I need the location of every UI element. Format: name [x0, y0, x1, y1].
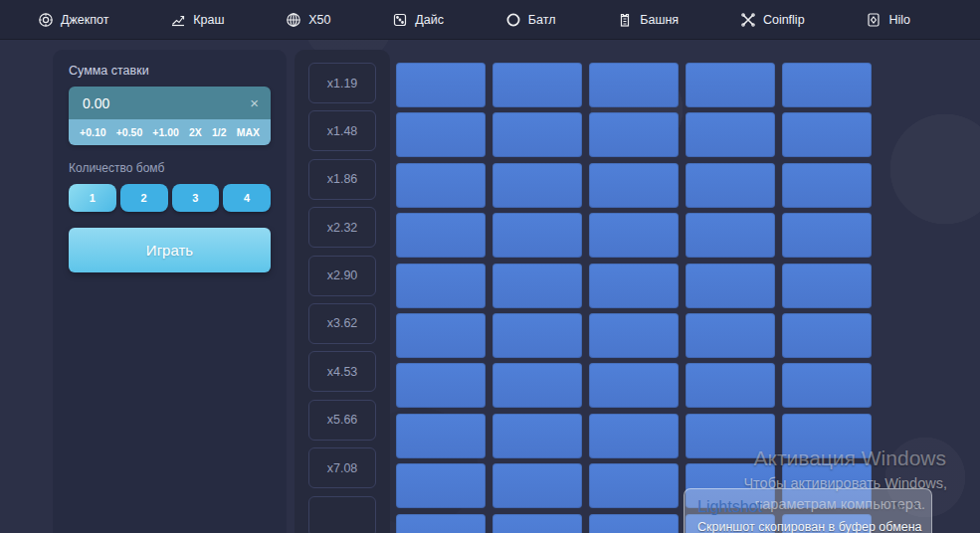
- tile[interactable]: [396, 414, 486, 458]
- tile[interactable]: [396, 112, 486, 157]
- tile[interactable]: [686, 313, 775, 358]
- edit-icon[interactable]: ✎: [893, 500, 903, 512]
- tile[interactable]: [492, 264, 582, 308]
- close-icon[interactable]: ×: [912, 500, 919, 512]
- clear-amount-icon[interactable]: ×: [250, 95, 259, 110]
- bomb-count-button-3[interactable]: 3: [172, 184, 220, 212]
- nav-item-x50[interactable]: X50: [286, 12, 330, 28]
- hilo-icon: [866, 12, 882, 28]
- lightshot-notification: Lightshot Скриншот скопирован в буфер об…: [684, 488, 932, 533]
- tile[interactable]: [396, 163, 486, 208]
- tile[interactable]: [396, 63, 486, 107]
- multiplier-box-2: x1.48: [308, 110, 376, 151]
- nav-item-label: Батл: [528, 13, 556, 27]
- multiplier-box-1: x1.19: [308, 63, 376, 103]
- tile[interactable]: [492, 313, 582, 358]
- bet-amount-input[interactable]: [81, 94, 250, 112]
- tile[interactable]: [589, 112, 679, 157]
- tile[interactable]: [589, 163, 679, 208]
- tile[interactable]: [589, 213, 679, 258]
- quick-bet-button-max[interactable]: MAX: [237, 126, 260, 138]
- dice-icon: [392, 12, 408, 28]
- tile[interactable]: [782, 112, 872, 157]
- tower-icon: [617, 12, 633, 28]
- multiplier-panel: x1.19x1.48x1.86x2.32x2.90x3.62x4.53x5.66…: [294, 50, 390, 533]
- tile[interactable]: [686, 163, 775, 208]
- multiplier-box-4: x2.32: [308, 207, 376, 248]
- nav-item-tower[interactable]: Башня: [617, 12, 679, 28]
- nav-item-dice[interactable]: Дайс: [392, 12, 444, 28]
- bet-amount-input-row: ×: [69, 87, 271, 119]
- quick-bet-button-1/2[interactable]: 1/2: [212, 126, 227, 138]
- bet-amount-label: Сумма ставки: [69, 64, 271, 78]
- nav-item-label: Дайс: [415, 13, 444, 27]
- nav-item-label: Coinflip: [763, 13, 805, 27]
- tile[interactable]: [686, 264, 775, 308]
- tile[interactable]: [396, 264, 486, 308]
- tile[interactable]: [589, 63, 679, 107]
- quick-bet-button-+0.50[interactable]: +0.50: [116, 126, 143, 138]
- tile[interactable]: [782, 313, 872, 358]
- tile[interactable]: [396, 514, 486, 533]
- tile[interactable]: [492, 363, 582, 408]
- tile[interactable]: [396, 363, 486, 408]
- notification-title: Lightshot: [697, 498, 918, 516]
- jackpot-icon: [38, 12, 54, 28]
- battle-icon: [505, 12, 521, 28]
- notification-actions: ✎×: [893, 500, 919, 512]
- nav-item-battle[interactable]: Батл: [505, 12, 556, 28]
- tile[interactable]: [686, 112, 775, 157]
- quick-bet-button-2x[interactable]: 2X: [189, 126, 202, 138]
- nav-item-crash[interactable]: Краш: [170, 12, 224, 28]
- play-button[interactable]: Играть: [69, 228, 271, 272]
- tile[interactable]: [492, 63, 582, 107]
- tile[interactable]: [686, 63, 775, 107]
- tile[interactable]: [782, 63, 872, 107]
- bomb-count-button-2[interactable]: 2: [120, 184, 168, 212]
- tile[interactable]: [782, 264, 872, 308]
- quick-bet-row: +0.10+0.50+1.002X1/2MAX: [69, 119, 271, 145]
- tile[interactable]: [686, 363, 775, 408]
- tile[interactable]: [492, 514, 582, 533]
- nav-item-label: Башня: [640, 13, 679, 27]
- bet-amount-box: × +0.10+0.50+1.002X1/2MAX: [69, 87, 271, 145]
- nav-item-jackpot[interactable]: Джекпот: [38, 12, 108, 28]
- tile[interactable]: [686, 414, 775, 458]
- nav-item-label: Джекпот: [61, 13, 108, 27]
- notification-message: Скриншот скопирован в буфер обмена: [697, 520, 918, 533]
- tile[interactable]: [492, 112, 582, 157]
- multiplier-column: x1.19x1.48x1.86x2.32x2.90x3.62x4.53x5.66…: [308, 63, 376, 533]
- bomb-count-button-4[interactable]: 4: [223, 184, 271, 212]
- multiplier-box-6: x3.62: [308, 303, 376, 344]
- tile[interactable]: [782, 163, 872, 208]
- tile[interactable]: [396, 463, 486, 508]
- quick-bet-button-+0.10[interactable]: +0.10: [80, 126, 106, 138]
- tile[interactable]: [492, 414, 582, 458]
- nav-item-hilo[interactable]: Hilo: [866, 12, 910, 28]
- tile[interactable]: [686, 213, 775, 258]
- bomb-count-button-1[interactable]: 1: [69, 184, 116, 212]
- multiplier-box-9: x7.08: [308, 447, 376, 488]
- nav-item-coinflip[interactable]: Coinflip: [740, 12, 805, 28]
- nav-item-label: X50: [308, 13, 330, 27]
- coinflip-icon: [740, 12, 756, 28]
- tile[interactable]: [396, 213, 486, 258]
- tile[interactable]: [589, 313, 679, 358]
- tile[interactable]: [589, 514, 679, 533]
- tile[interactable]: [782, 213, 872, 258]
- tile[interactable]: [589, 414, 679, 458]
- tile[interactable]: [492, 463, 582, 508]
- tile[interactable]: [492, 213, 582, 258]
- tile[interactable]: [782, 414, 872, 458]
- top-nav: ДжекпотКрашX50ДайсБатлБашняCoinflipHilo: [0, 0, 980, 40]
- tile[interactable]: [782, 363, 872, 408]
- quick-bet-button-+1.00[interactable]: +1.00: [152, 126, 179, 138]
- tile[interactable]: [589, 463, 679, 508]
- tile[interactable]: [396, 313, 486, 358]
- nav-item-label: Краш: [193, 13, 224, 27]
- tile[interactable]: [492, 163, 582, 208]
- tile[interactable]: [589, 363, 679, 408]
- tile-grid: [396, 63, 872, 533]
- multiplier-box-5: x2.90: [308, 256, 376, 296]
- tile[interactable]: [589, 264, 679, 308]
